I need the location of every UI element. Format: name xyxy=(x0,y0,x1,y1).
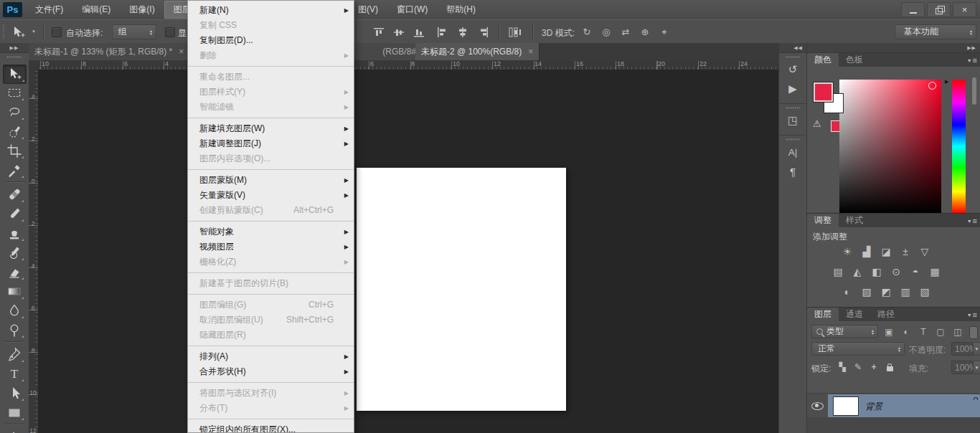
menu-item[interactable]: 新建调整图层(J) ▶ xyxy=(188,136,354,151)
layer-filter-dropdown[interactable]: 类型 ▲▼ xyxy=(811,325,878,338)
menu-item[interactable]: 矢量蒙版(V) ▶ xyxy=(188,188,354,203)
vertical-ruler[interactable]: 42024681012 xyxy=(29,70,39,433)
channel-mixer-icon[interactable]: ◓ xyxy=(908,265,923,279)
brightness-contrast-icon[interactable]: ☀ xyxy=(839,244,855,259)
align-horizontal-centers-icon[interactable] xyxy=(456,27,470,38)
menu-item[interactable]: 图层编组(G) Ctrl+G ▶ xyxy=(188,298,354,313)
menu-bar-item[interactable]: 帮助(H) xyxy=(437,0,485,19)
dodge-tool[interactable] xyxy=(3,321,25,339)
menu-item[interactable]: 图层样式(Y) ▶ xyxy=(188,85,354,100)
vibrance-icon[interactable]: ▽ xyxy=(917,244,933,259)
eyedropper-tool[interactable] xyxy=(3,161,25,179)
path-selection-tool[interactable] xyxy=(3,384,25,402)
threshold-icon[interactable]: ◩ xyxy=(878,285,894,299)
menu-item[interactable]: 新建(N) ▶ xyxy=(188,3,354,18)
dock-collapse-icon[interactable]: ◀◀ xyxy=(779,43,806,53)
exposure-icon[interactable]: ± xyxy=(897,244,913,259)
tab-close-icon[interactable]: × xyxy=(528,47,533,57)
filter-adjustment-layers-icon[interactable]: ◐ xyxy=(899,325,913,338)
auto-select-checkbox[interactable] xyxy=(52,27,62,37)
dock-grip[interactable] xyxy=(786,56,800,58)
panel-tab[interactable]: 调整 xyxy=(807,214,839,227)
lock-position-icon[interactable]: + xyxy=(867,361,880,373)
selective-color-icon[interactable]: ▧ xyxy=(917,285,933,299)
layer-row-body[interactable]: 背景 xyxy=(828,394,980,417)
properties-panel-icon[interactable]: ◳ xyxy=(783,112,802,129)
align-right-edges-icon[interactable] xyxy=(476,27,490,38)
spot-healing-brush-tool[interactable] xyxy=(3,186,25,204)
menu-item[interactable]: 锁定组内的所有图层(X)... ▶ xyxy=(188,422,354,433)
show-transform-checkbox[interactable] xyxy=(165,27,175,37)
dock-collapse-icon[interactable]: ▶▶ xyxy=(807,43,980,53)
tab-close-icon[interactable]: × xyxy=(179,47,184,57)
horizontal-type-tool[interactable]: T xyxy=(3,365,25,383)
saturation-brightness-field[interactable] xyxy=(839,80,941,213)
lasso-tool[interactable] xyxy=(3,103,25,121)
menu-item[interactable]: 图层蒙版(M) ▶ xyxy=(188,173,354,188)
curves-icon[interactable]: ◪ xyxy=(878,244,894,259)
filter-smart-objects-icon[interactable]: ◫ xyxy=(951,325,965,338)
workspace-switcher[interactable]: 基本功能 ▲▼ xyxy=(895,24,976,39)
lock-all-icon[interactable] xyxy=(883,361,896,373)
photo-filter-icon[interactable]: ⊙ xyxy=(888,265,904,279)
restore-button[interactable] xyxy=(927,2,951,17)
dock-grip[interactable] xyxy=(786,138,800,141)
rectangular-marquee-tool[interactable] xyxy=(3,84,25,102)
menu-bar-item[interactable]: 图(V) xyxy=(349,0,387,19)
blend-mode-dropdown[interactable]: 正常 ▲▼ xyxy=(811,342,905,356)
menu-item[interactable]: 栅格化(Z) ▶ xyxy=(188,254,354,270)
levels-icon[interactable]: ▟ xyxy=(859,244,875,259)
distribute-icon[interactable] xyxy=(507,27,523,38)
panel-menu-icon[interactable]: ▼≡ xyxy=(967,311,977,318)
brush-tool[interactable] xyxy=(3,205,25,223)
panel-tab[interactable]: 通道 xyxy=(839,308,870,321)
rectangle-tool[interactable] xyxy=(3,404,25,422)
fill-dropdown-icon[interactable]: ▼ xyxy=(973,361,980,374)
canvas-document[interactable] xyxy=(357,168,566,411)
character-panel-icon[interactable]: A| xyxy=(783,143,802,161)
layer-filter-toggle[interactable] xyxy=(969,326,978,339)
color-balance-icon[interactable]: ◭ xyxy=(849,265,865,279)
tool-preset-caret-icon[interactable]: ▼ xyxy=(32,29,36,34)
3d-slide-icon[interactable]: ⊕ xyxy=(637,26,653,39)
menu-item[interactable]: 复制 CSS ▶ xyxy=(188,18,354,33)
menu-item[interactable]: 图层内容选项(O)... ▶ xyxy=(188,151,354,166)
panel-tab[interactable]: 颜色 xyxy=(807,53,839,67)
fill-field[interactable]: 100% xyxy=(951,361,973,374)
filter-shape-layers-icon[interactable]: ▢ xyxy=(933,325,948,338)
dock-grip[interactable] xyxy=(786,107,800,109)
menu-item[interactable]: 新建基于图层的切片(B) ▶ xyxy=(188,276,354,291)
hue-saturation-icon[interactable]: ▤ xyxy=(830,265,846,279)
align-left-edges-icon[interactable] xyxy=(435,27,450,38)
filter-type-layers-icon[interactable]: T xyxy=(916,325,930,338)
align-top-edges-icon[interactable] xyxy=(372,27,386,38)
hue-slider[interactable] xyxy=(952,80,966,213)
move-tool[interactable] xyxy=(3,65,27,84)
document-tab[interactable]: 未标题-2 @ 100%(RGB/8) × xyxy=(415,43,540,60)
menu-item[interactable]: 智能对象 ▶ xyxy=(188,224,354,239)
options-grip[interactable] xyxy=(2,24,5,39)
crop-tool[interactable] xyxy=(3,142,25,160)
panel-tab[interactable]: 样式 xyxy=(839,214,870,227)
3d-roll-icon[interactable]: ◎ xyxy=(598,26,614,39)
menu-bar-item[interactable]: 图像(I) xyxy=(120,0,164,19)
menu-item[interactable]: 视频图层 ▶ xyxy=(188,239,354,254)
menu-bar-item[interactable]: 编辑(E) xyxy=(72,0,120,19)
menu-item[interactable]: 排列(A) ▶ xyxy=(188,349,354,364)
menu-item[interactable]: 新建填充图层(W) ▶ xyxy=(188,121,354,136)
hand-tool[interactable] xyxy=(3,428,25,433)
panel-tab[interactable]: 路径 xyxy=(870,308,902,321)
menu-bar-item[interactable]: 窗口(W) xyxy=(387,0,437,19)
gradient-tool[interactable] xyxy=(3,282,25,300)
invert-icon[interactable]: ◐ xyxy=(839,285,855,299)
document-tab[interactable]: 未标题-1 @ 133% (矩形 1, RGB/8) * × xyxy=(29,43,209,60)
color-picker-ring[interactable] xyxy=(928,82,936,90)
close-button[interactable]: × xyxy=(953,2,976,17)
menu-item[interactable]: 分布(T) ▶ xyxy=(188,401,354,416)
layer-row[interactable]: 背景 xyxy=(807,394,980,417)
menu-item[interactable]: 重命名图层... ▶ xyxy=(188,70,354,85)
color-lookup-icon[interactable]: ▦ xyxy=(927,265,943,279)
menu-item[interactable]: 将图层与选区对齐(I) ▶ xyxy=(188,386,354,401)
foreground-color-swatch[interactable] xyxy=(813,82,834,103)
history-panel-icon[interactable]: ↺ xyxy=(783,61,802,78)
